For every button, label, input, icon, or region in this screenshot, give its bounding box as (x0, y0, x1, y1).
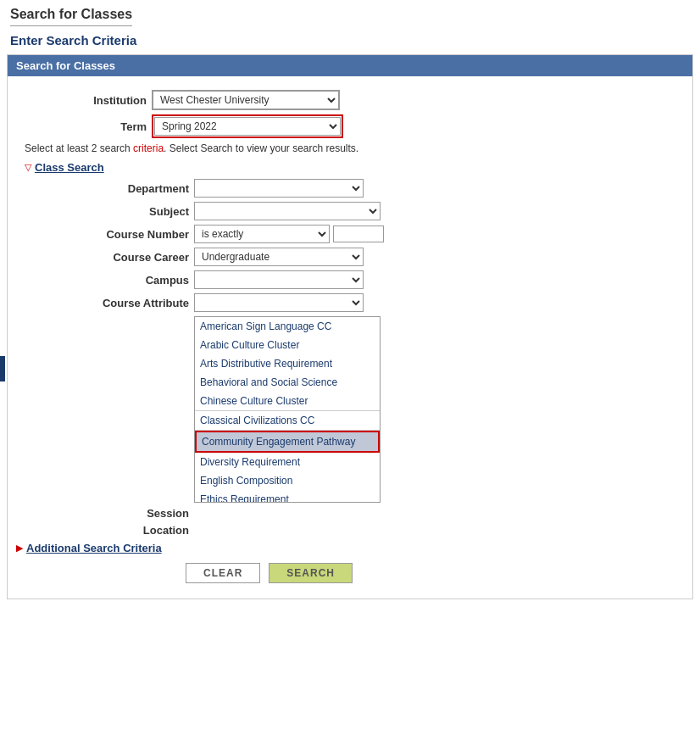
list-item[interactable]: American Sign Language CC (195, 317, 380, 336)
triangle-right-icon: ▶ (16, 543, 23, 554)
class-search-title: Class Search (35, 161, 104, 174)
list-item[interactable]: Chinese Culture Cluster (195, 392, 380, 410)
attribute-listbox-scroll[interactable]: American Sign Language CC Arabic Culture… (194, 316, 381, 503)
course-number-operator-select[interactable]: is exactly begins with contains (194, 225, 330, 243)
page-subtitle: Enter Search Criteria (10, 30, 690, 53)
list-item[interactable]: Ethics Requirement (195, 490, 380, 503)
course-career-select[interactable]: Undergraduate Graduate (194, 248, 364, 266)
department-label: Department (25, 182, 194, 195)
attribute-value-listbox[interactable]: American Sign Language CC Arabic Culture… (194, 316, 381, 503)
list-item[interactable]: Arabic Culture Cluster (195, 336, 380, 354)
helper-text: Select at least 2 search criteria. Selec… (16, 142, 684, 154)
search-button[interactable]: SEARCH (269, 563, 353, 583)
campus-select[interactable] (194, 270, 364, 289)
term-label: Term (16, 120, 152, 133)
session-label: Session (25, 507, 194, 520)
left-accent-bar (0, 356, 5, 381)
triangle-down-icon: ▽ (25, 162, 31, 173)
campus-label: Campus (25, 274, 194, 287)
additional-search-criteria-toggle[interactable]: ▶ Additional Search Criteria (16, 542, 684, 554)
list-item[interactable]: Diversity Requirement (195, 453, 380, 471)
list-item[interactable]: Arts Distributive Requirement (195, 354, 380, 373)
list-item[interactable]: English Composition (195, 471, 380, 490)
course-number-label: Course Number (25, 228, 194, 241)
page-title: Search for Classes (10, 7, 132, 26)
subject-select[interactable] (194, 202, 381, 220)
subject-label: Subject (25, 205, 194, 218)
list-item[interactable]: Classical Civilizations CC (195, 410, 380, 431)
list-item-community-engagement[interactable]: Community Engagement Pathway (195, 431, 380, 453)
additional-criteria-label: Additional Search Criteria (26, 542, 162, 554)
attribute-value-label (25, 316, 194, 318)
institution-select[interactable]: West Chester University (153, 91, 339, 109)
section-header-label: Search for Classes (16, 59, 115, 72)
list-item[interactable]: Behavioral and Social Science (195, 373, 380, 392)
department-select[interactable] (194, 179, 364, 198)
clear-button[interactable]: CLEAR (186, 563, 260, 583)
term-select[interactable]: Spring 2022 Fall 2022 Summer 2022 (154, 117, 341, 136)
course-career-label: Course Career (25, 251, 194, 264)
course-attribute-label: Course Attribute (25, 297, 194, 309)
institution-label: Institution (16, 94, 152, 107)
location-label: Location (25, 524, 194, 537)
class-search-toggle[interactable]: ▽ Class Search (25, 161, 675, 174)
course-number-input[interactable] (333, 226, 384, 242)
course-attribute-select[interactable] (194, 293, 364, 312)
